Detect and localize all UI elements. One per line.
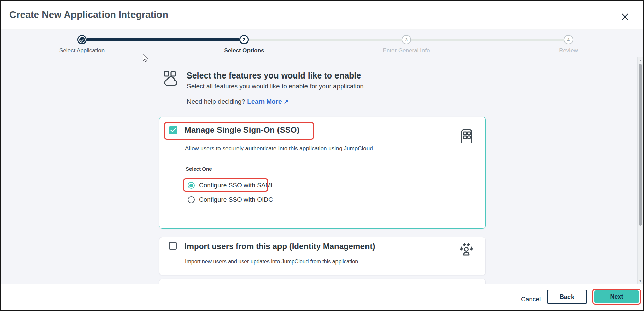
sso-card-title: Manage Single Sign-On (SSO): [184, 124, 299, 136]
features-heading: Select the features you would like to en…: [186, 71, 361, 81]
step-4-number: 4: [567, 37, 569, 42]
next-button[interactable]: Next: [594, 290, 639, 303]
stepper-connector-1: [86, 38, 240, 41]
external-link-icon: ↗: [284, 99, 288, 105]
scrollbar-down-arrow-icon[interactable]: ▼: [638, 279, 643, 283]
select-one-label: Select One: [186, 166, 212, 172]
step-4-label: Review: [515, 47, 622, 54]
close-icon[interactable]: [620, 11, 631, 22]
step-3-label: Enter General Info: [352, 47, 460, 54]
cancel-button[interactable]: Cancel: [521, 296, 541, 303]
saml-radio-label: Configure SSO with SAML: [199, 182, 274, 189]
radio-option-saml[interactable]: Configure SSO with SAML: [188, 181, 274, 189]
next-button-highlight: Next: [592, 289, 641, 305]
vertical-scrollbar[interactable]: ▲ ▼: [637, 57, 643, 284]
modal-content: 2 3 4 Select Application Select Options …: [1, 30, 643, 284]
scrollbar-thumb[interactable]: [639, 64, 642, 226]
help-line: Need help deciding?Learn More↗: [187, 98, 288, 105]
stepper-connector-2: [248, 39, 402, 41]
modal-title: Create New Application Integration: [9, 9, 168, 20]
sso-checkbox[interactable]: [169, 126, 177, 134]
import-card-description: Import new users and user updates into J…: [185, 259, 360, 265]
import-users-icon: [458, 241, 474, 259]
scrollbar-up-arrow-icon[interactable]: ▲: [638, 59, 643, 62]
step-2-number: 2: [243, 37, 245, 42]
step-3-number: 3: [405, 37, 407, 42]
learn-more-link[interactable]: Learn More↗: [247, 98, 288, 105]
step-1-check-icon: [79, 37, 85, 43]
sso-feature-card: Manage Single Sign-On (SSO) Allow users …: [159, 117, 486, 229]
oidc-radio-icon: [188, 196, 195, 203]
modal-header: Create New Application Integration: [1, 1, 643, 29]
step-1-indicator: [77, 35, 87, 44]
modal-footer: Cancel Back Next: [1, 284, 643, 310]
step-2-indicator: 2: [239, 35, 249, 44]
step-3-indicator: 3: [402, 35, 411, 44]
import-card-title: Import users from this app (Identity Man…: [184, 241, 375, 252]
oidc-radio-label: Configure SSO with OIDC: [199, 196, 273, 204]
next-feature-card-peek: [159, 279, 486, 284]
apps-cloud-icon: [162, 70, 180, 88]
saml-radio-icon: [188, 182, 195, 189]
import-checkbox[interactable]: [169, 242, 177, 250]
step-2-label: Select Options: [190, 47, 298, 54]
stepper-connector-3: [410, 39, 564, 41]
step-4-indicator: 4: [564, 35, 573, 44]
create-application-modal: Create New Application Integration 2 3 4…: [0, 0, 644, 311]
radio-option-oidc[interactable]: Configure SSO with OIDC: [188, 196, 273, 204]
sso-card-description: Allow users to securely authenticate int…: [185, 145, 374, 152]
step-1-label: Select Application: [28, 47, 136, 54]
features-subheading: Select all features you would like to en…: [187, 83, 365, 90]
sso-grid-icon: [459, 128, 474, 145]
import-feature-card: Import users from this app (Identity Man…: [159, 237, 486, 275]
learn-more-label: Learn More: [247, 98, 282, 105]
help-text: Need help deciding?: [187, 98, 245, 105]
back-button[interactable]: Back: [547, 290, 587, 304]
